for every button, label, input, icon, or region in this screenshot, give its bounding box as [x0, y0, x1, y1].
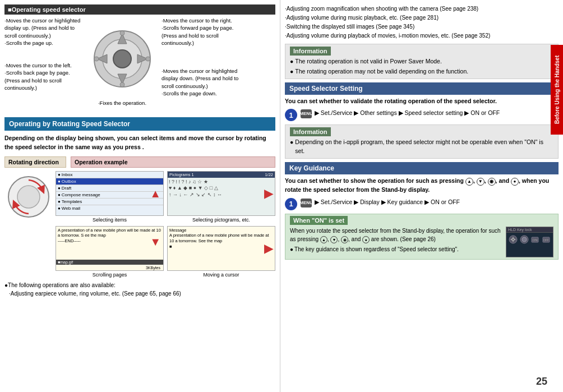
- example4-caption: Moving a cursor: [167, 272, 275, 278]
- moving-cursor-block: MessageA presentation of a new mobile ph…: [167, 226, 275, 278]
- down-arrow-icon: ▼: [150, 235, 161, 248]
- screen-icon-3: ON: [530, 235, 539, 244]
- side-tab-label: Before Using the Handset: [551, 45, 563, 135]
- examples-row-1: ● Inbox ● Outbox ● Draft ● Compose messa…: [4, 171, 275, 223]
- example3-caption: Scrolling pages: [56, 272, 164, 278]
- key-guidance-desc: You can set whether to show the operatio…: [285, 177, 559, 195]
- svg-text:ON: ON: [533, 238, 538, 242]
- information-box-1: Information ● The rotating operation is …: [285, 44, 559, 79]
- rotating-desc: Depending on the display being shown, yo…: [4, 134, 275, 152]
- speed-setting-desc: You can set whether to validate the rota…: [285, 97, 559, 106]
- menu-icon-2: MENU: [301, 199, 312, 207]
- left-panel: ■Operating speed selector ·Moves the cur…: [0, 0, 280, 392]
- when-on-screen: HLD Key lock ON: [506, 227, 553, 257]
- up-arrow-icon: ▲: [150, 187, 161, 200]
- menu-templates: ● Templates: [56, 199, 163, 205]
- menu-webmail: ● Web mail: [56, 205, 163, 211]
- btn-icon-3: ◉: [488, 178, 496, 186]
- information-box-2: Information ● Depending on the i-αppli p…: [285, 124, 559, 159]
- selecting-pictograms-block: Pictograms 1 1/22 ! ? ! ! ? ! ♪ ♫ ☆ ★ ♥ …: [167, 171, 275, 223]
- svg-point-19: [522, 237, 527, 242]
- direction-wheel-svg: [6, 174, 51, 219]
- example1-caption: Selecting items: [56, 217, 164, 223]
- btn-sm-1: ▲: [320, 236, 327, 243]
- btn-sm-4: ●: [362, 236, 370, 243]
- step-2-row: 1 MENU ▶ Set./Service ▶ Display ▶ Key gu…: [285, 198, 559, 210]
- menu-icon-1: MENU: [301, 109, 312, 118]
- menu-draft: ● Draft: [56, 185, 163, 192]
- right-arrow-icon-2: ▶: [264, 242, 273, 255]
- svg-point-9: [94, 57, 99, 61]
- screen-icon-2: [520, 235, 529, 244]
- info1-header: Information: [290, 47, 331, 56]
- info2-header: Information: [290, 127, 331, 136]
- btn-sm-3: ◉: [341, 236, 348, 243]
- continuation-bullets: ·Adjusting zoom magnification when shoot…: [285, 4, 559, 40]
- step-2-number: 1: [285, 198, 297, 210]
- label-top-left: ·Moves the cursor or highlighted display…: [4, 17, 83, 47]
- menu-compose: ● Compose message: [56, 192, 163, 199]
- svg-point-6: [113, 50, 131, 68]
- btn-icon-4: ●: [511, 178, 519, 186]
- bullet-item-3: ·Switching the displayed still images (S…: [285, 22, 559, 31]
- when-on-text: When you rotate the speed selector from …: [290, 227, 501, 254]
- info1-item-1: ● The rotating operation is not valid in…: [290, 57, 553, 66]
- when-on-content: When you rotate the speed selector from …: [290, 227, 553, 257]
- step-1-text: MENU ▶ Set./Service ▶ Other settings ▶ S…: [301, 109, 500, 118]
- screen-top-bar: HLD Key lock: [506, 227, 553, 233]
- screen-icon-1: [509, 235, 518, 244]
- selecting-items-block: ● Inbox ● Outbox ● Draft ● Compose messa…: [56, 171, 164, 223]
- speed-setting-header: Speed Selector Setting: [285, 82, 559, 95]
- info2-content: ● Depending on the i-αppli program, the …: [290, 138, 553, 156]
- scroll-text-1: A presentation of a new mobile phon will…: [56, 227, 163, 245]
- screen-icon-4: OFF: [542, 235, 551, 244]
- speed-selector-title: ■Operating speed selector: [4, 4, 275, 15]
- page-number: 25: [536, 376, 547, 388]
- info1-item-2: ● The rotating operation may not be vali…: [290, 67, 553, 76]
- operation-example-label: Operation example: [71, 156, 275, 168]
- bullet-item-4: ·Adjusting volume during playback of mov…: [285, 31, 559, 40]
- info2-item-1: ● Depending on the i-αppli program, the …: [290, 138, 553, 156]
- pict-content: ! ? ! ! ? ! ♪ ♫ ☆ ★ ♥ ♦ ▲ ◆ ■ ● ▼ ◇ □ △ …: [168, 178, 275, 200]
- menu-inbox: ● Inbox: [56, 172, 163, 178]
- spacer-block: [4, 226, 52, 278]
- diagram-area: ·Moves the cursor or highlighted display…: [4, 17, 275, 115]
- svg-point-10: [146, 57, 150, 61]
- direction-wheel-block: [4, 171, 52, 223]
- step-1-row: 1 MENU ▶ Set./Service ▶ Other settings ▶…: [285, 109, 559, 121]
- pict-title-bar: Pictograms 1 1/22: [168, 172, 275, 178]
- bullet-list: ●The following operations are also avail…: [4, 281, 275, 298]
- map-label: ■map.gif: [56, 260, 163, 265]
- right-panel: ·Adjusting zoom magnification when shoot…: [280, 0, 563, 392]
- bullet-item-1: ·Adjusting zoom magnification when shoot…: [285, 4, 559, 13]
- file-size: 3KBytes: [144, 265, 162, 270]
- screen-icons: ON OFF: [506, 233, 553, 246]
- label-left: ·Moves the cursor to the left. ·Scrolls …: [4, 62, 77, 91]
- menu-outbox: ● Outbox: [56, 178, 163, 185]
- example2-caption: Selecting pictograms, etc.: [167, 217, 275, 223]
- bullet-title: ●The following operations are also avail…: [4, 281, 275, 289]
- svg-point-8: [120, 82, 124, 87]
- btn-icon-2: ▼: [477, 178, 484, 186]
- label-top-right: ·Moves the cursor to the right. ·Scrolls…: [161, 17, 248, 47]
- right-arrow-icon: ▶: [264, 187, 273, 200]
- when-on-header: When "ON" is set: [290, 216, 348, 225]
- svg-point-7: [120, 31, 124, 35]
- key-guidance-header: Key Guidance: [285, 162, 559, 174]
- info1-content: ● The rotating operation is not valid in…: [290, 57, 553, 76]
- step-1-number: 1: [285, 109, 297, 121]
- label-bottom-right: ·Moves the cursor or highlighted display…: [161, 67, 248, 97]
- btn-icon-1: ▲: [465, 178, 473, 186]
- bullet-item-2: ·Adjusting volume during music playback,…: [285, 13, 559, 22]
- when-on-box: When "ON" is set When you rotate the spe…: [285, 214, 559, 260]
- scrolling-pages-block: A presentation of a new mobile phon will…: [56, 226, 164, 278]
- jog-dial-container: [91, 28, 153, 90]
- svg-text:OFF: OFF: [543, 238, 549, 242]
- label-bottom-center: ·Fixes the operation.: [91, 100, 153, 106]
- svg-point-12: [17, 186, 40, 208]
- jog-dial-svg: [91, 28, 153, 90]
- bullet-sub1: ·Adjusting earpiece volume, ring volume,…: [4, 289, 275, 298]
- moving-cursor-screen: MessageA presentation of a new mobile ph…: [167, 226, 275, 271]
- examples-row-2: A presentation of a new mobile phon will…: [4, 226, 275, 278]
- scrolling-pages-screen: A presentation of a new mobile phon will…: [56, 226, 164, 271]
